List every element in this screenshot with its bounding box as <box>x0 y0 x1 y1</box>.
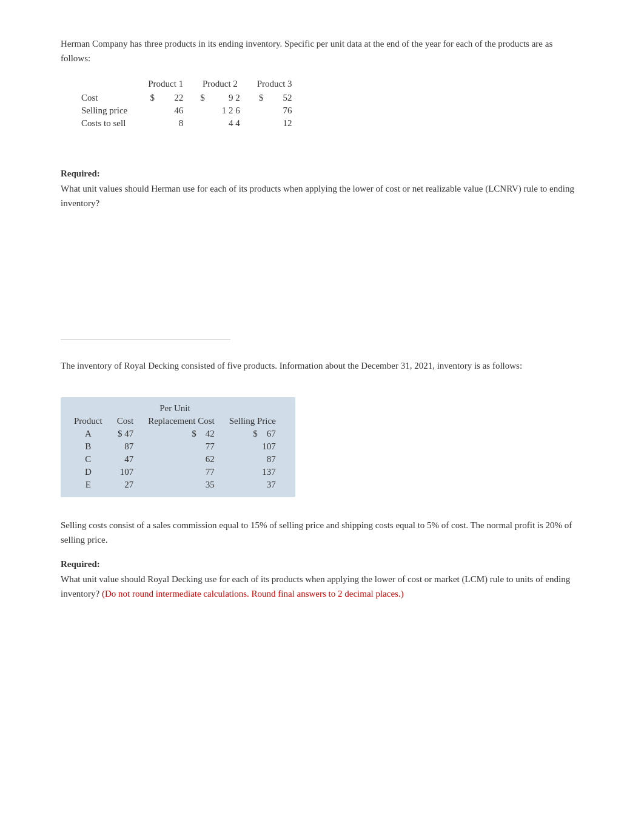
cts-empty1 <box>139 117 163 130</box>
row-b-replacement: 77 <box>141 440 222 453</box>
section1-required-label: Required: <box>61 169 583 179</box>
cost-dollar1: $ <box>139 92 163 104</box>
sp-val2: 1 2 6 <box>213 104 249 117</box>
cts-val3: 12 <box>272 117 301 130</box>
section2-table-wrapper: Per Unit Product Cost Replacement Cost S… <box>61 397 295 497</box>
divider <box>61 340 230 340</box>
row-e-cost: 27 <box>110 478 141 491</box>
cts-empty3 <box>249 117 272 130</box>
cost-dollar3: $ <box>249 92 272 104</box>
row-d-replacement: 77 <box>141 466 222 478</box>
per-unit-label: Per Unit <box>67 401 283 415</box>
product2-header: Product 2 <box>192 78 249 92</box>
col-selling-price: Selling Price <box>222 415 283 428</box>
row-b-selling: 107 <box>222 440 283 453</box>
selling-costs-text: Selling costs consist of a sales commiss… <box>61 518 583 547</box>
row-b-cost: 87 <box>110 440 141 453</box>
section1-table: Product 1 Product 2 Product 3 Cost $ 22 … <box>61 78 583 130</box>
row-c-product: C <box>67 453 110 466</box>
row-e-selling: 37 <box>222 478 283 491</box>
section1-required-text: What unit values should Herman use for e… <box>61 181 583 210</box>
product1-header: Product 1 <box>139 78 192 92</box>
cts-val2: 4 4 <box>213 117 249 130</box>
row-c-replacement: 62 <box>141 453 222 466</box>
row-d-cost: 107 <box>110 466 141 478</box>
col-replacement-cost: Replacement Cost <box>141 415 222 428</box>
sp-val3: 76 <box>272 104 301 117</box>
cost-val1: 22 <box>163 92 192 104</box>
row-c-selling: 87 <box>222 453 283 466</box>
sp-empty3 <box>249 104 272 117</box>
row-e-product: E <box>67 478 110 491</box>
row-a-selling: $ 67 <box>222 428 283 440</box>
row-d-selling: 137 <box>222 466 283 478</box>
sp-empty2 <box>192 104 213 117</box>
selling-price-label: Selling price <box>73 104 139 117</box>
row-a-product: A <box>67 428 110 440</box>
sp-val1: 46 <box>163 104 192 117</box>
col-cost: Cost <box>110 415 141 428</box>
product3-header: Product 3 <box>249 78 301 92</box>
col-product: Product <box>67 415 110 428</box>
row-a-replacement: $ 42 <box>141 428 222 440</box>
sp-empty1 <box>139 104 163 117</box>
section2-intro: The inventory of Royal Decking consisted… <box>61 358 583 373</box>
cts-empty2 <box>192 117 213 130</box>
row-d-product: D <box>67 466 110 478</box>
section2-required-label: Required: <box>61 559 583 569</box>
row-e-replacement: 35 <box>141 478 222 491</box>
cost-dollar2: $ <box>192 92 213 104</box>
cost-val3: 52 <box>272 92 301 104</box>
row-b-product: B <box>67 440 110 453</box>
empty-header <box>73 78 139 92</box>
required-note-red: (Do not round intermediate calculations.… <box>102 589 404 599</box>
costs-to-sell-label: Costs to sell <box>73 117 139 130</box>
cts-val1: 8 <box>163 117 192 130</box>
section1-intro: Herman Company has three products in its… <box>61 36 583 65</box>
cost-val2: 9 2 <box>213 92 249 104</box>
section2-required-text: What unit value should Royal Decking use… <box>61 572 583 601</box>
cost-label: Cost <box>73 92 139 104</box>
row-a-cost: $ 47 <box>110 428 141 440</box>
row-c-cost: 47 <box>110 453 141 466</box>
